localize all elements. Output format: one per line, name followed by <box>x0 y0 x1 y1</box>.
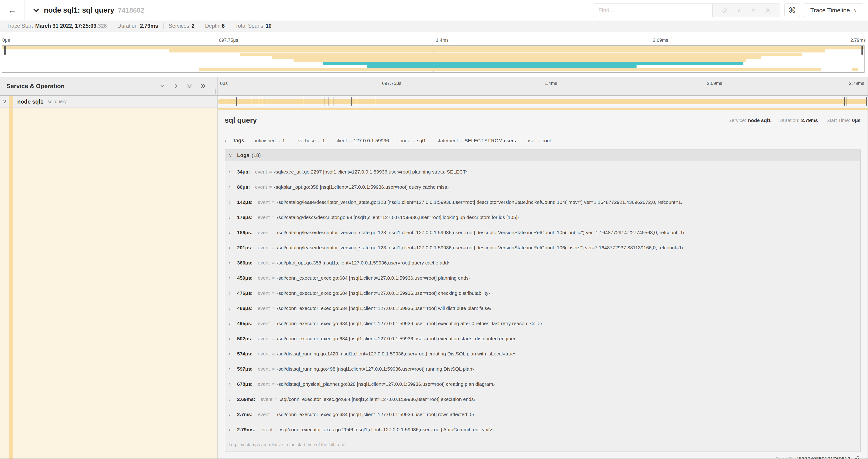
log-row[interactable]: › 597μs: event = ‹sql/distsql_running.go… <box>225 361 860 376</box>
chevron-right-icon[interactable]: › <box>229 396 237 402</box>
chevron-right-icon[interactable]: › <box>229 411 237 418</box>
log-marker[interactable] <box>333 97 334 106</box>
chevron-right-icon[interactable]: › <box>229 169 237 175</box>
span-id-row: SpanID: 4877749850101760812 <box>225 456 861 459</box>
tag-item[interactable]: _verbose=1 <box>290 136 330 145</box>
chevron-right-icon[interactable]: › <box>229 229 237 236</box>
chevron-right-icon[interactable]: › <box>229 275 237 281</box>
find-group: ◎ ∧ ∨ ✕ <box>593 3 780 17</box>
chevron-right-icon[interactable]: › <box>229 305 237 312</box>
log-marker[interactable] <box>226 97 226 106</box>
tick-label: 2.79ms <box>850 38 866 43</box>
log-equals: = <box>275 427 277 432</box>
prev-match-icon[interactable]: ∧ <box>737 7 742 14</box>
log-marker[interactable] <box>259 97 259 106</box>
trace-view-selector[interactable]: Trace Timeline ∨ <box>804 3 863 17</box>
keyboard-shortcuts-button[interactable]: ⌘ <box>784 3 800 17</box>
log-row[interactable]: › 502μs: event = ‹sql/conn_executor_exec… <box>225 331 860 346</box>
log-row[interactable]: › 366μs: event = ‹sql/plan_opt.go:358 [n… <box>225 255 860 270</box>
span-bar-strip <box>218 108 868 110</box>
collapse-one-icon[interactable] <box>159 83 166 89</box>
log-marker[interactable] <box>357 97 357 106</box>
chevron-right-icon[interactable]: › <box>225 138 232 144</box>
log-marker[interactable] <box>376 97 376 106</box>
tag-item[interactable]: _unfinished=1 <box>251 136 290 145</box>
tags-row[interactable]: › Tags: _unfinished=1_verbose=1client=12… <box>225 135 861 146</box>
log-field-value: ‹sql/catalog/lease/descriptor_version_st… <box>277 245 683 251</box>
log-marker[interactable] <box>351 97 352 106</box>
log-field-key: event <box>258 290 270 296</box>
log-row[interactable]: › 201μs: event = ‹sql/catalog/lease/desc… <box>225 240 860 255</box>
minimap-left-handle[interactable] <box>4 46 6 55</box>
chevron-right-icon[interactable]: › <box>229 366 237 372</box>
log-marker[interactable] <box>846 97 847 106</box>
tick-label: 2.09ms <box>707 81 722 86</box>
tag-item[interactable]: node=sql1 <box>394 136 431 145</box>
minimap-canvas[interactable] <box>2 45 865 72</box>
link-icon[interactable] <box>854 456 860 459</box>
log-row[interactable]: › 2.79ms: event = ‹sql/conn_executor_exe… <box>225 422 860 437</box>
log-marker[interactable] <box>331 97 331 106</box>
chevron-right-icon[interactable]: › <box>229 351 237 357</box>
log-row[interactable]: › 80μs: event = ‹sql/plan_opt.go:358 [ns… <box>225 179 860 195</box>
chevron-right-icon[interactable]: › <box>229 214 237 221</box>
chevron-right-icon[interactable]: › <box>229 381 237 387</box>
chevron-down-icon[interactable]: ∨ <box>0 99 9 105</box>
log-row[interactable]: › 189μs: event = ‹sql/catalog/lease/desc… <box>225 225 860 240</box>
log-row[interactable]: › 34μs: event = ‹sql/exec_util.go:2297 [… <box>225 164 860 179</box>
log-marker[interactable] <box>335 97 335 106</box>
chevron-right-icon[interactable]: › <box>229 426 237 433</box>
tag-item[interactable]: user=root <box>521 136 556 145</box>
log-marker[interactable] <box>329 97 329 106</box>
log-row[interactable]: › 2.7ms: event = ‹sql/conn_executor_exec… <box>225 407 860 422</box>
log-marker[interactable] <box>303 97 303 106</box>
log-row[interactable]: › 486μs: event = ‹sql/conn_executor_exec… <box>225 301 860 316</box>
chevron-right-icon[interactable]: › <box>229 335 237 342</box>
find-input[interactable] <box>593 4 712 17</box>
log-row[interactable]: › 176μs: event = ‹sql/catalog/descs/desc… <box>225 210 860 225</box>
clear-search-icon[interactable]: ✕ <box>765 7 771 14</box>
chevron-right-icon[interactable]: › <box>229 260 237 266</box>
log-marker[interactable] <box>251 97 251 106</box>
chevron-right-icon[interactable]: › <box>229 290 237 296</box>
chevron-right-icon[interactable]: › <box>229 244 237 251</box>
locate-icon[interactable]: ◎ <box>722 7 727 14</box>
service-operation-title: Service & Operation <box>6 83 65 90</box>
minimap-right-handle[interactable] <box>862 46 863 55</box>
log-field-value: ‹sql/conn_executor_exec.go:684 [nsql1,cl… <box>277 336 516 341</box>
log-row[interactable]: › 495μs: event = ‹sql/conn_executor_exec… <box>225 316 860 331</box>
chevron-right-icon[interactable]: › <box>229 184 237 190</box>
summary-item: Duration2.79ms <box>117 23 158 29</box>
expand-one-icon[interactable] <box>173 83 179 89</box>
log-marker[interactable] <box>866 97 867 106</box>
log-marker[interactable] <box>236 97 237 106</box>
log-row[interactable]: › 2.69ms: event = ‹sql/conn_executor_exe… <box>225 392 860 407</box>
tag-item[interactable]: statement=SELECT * FROM users <box>431 136 521 145</box>
span-row-name-cell[interactable]: ∨ node sql1 sql query <box>0 96 218 108</box>
log-marker[interactable] <box>844 97 845 106</box>
log-row[interactable]: › 476μs: event = ‹sql/conn_executor_exec… <box>225 286 860 301</box>
log-row[interactable]: › 459μs: event = ‹sql/conn_executor_exec… <box>225 270 860 286</box>
column-resize-grip[interactable] <box>214 89 216 94</box>
log-marker[interactable] <box>262 97 262 106</box>
logs-header[interactable]: ∨ Logs (18) <box>225 150 860 161</box>
trace-id: 7418682 <box>118 6 144 14</box>
logs-footnote: Log timestamps are relative to the start… <box>225 438 860 452</box>
log-row[interactable]: › 142μs: event = ‹sql/catalog/lease/desc… <box>225 195 860 210</box>
next-match-icon[interactable]: ∨ <box>751 7 755 14</box>
chevron-right-icon[interactable]: › <box>229 199 237 205</box>
log-marker[interactable] <box>324 97 325 106</box>
tag-item[interactable]: client=127.0.0.1:59936 <box>331 136 394 145</box>
log-field-key: event <box>258 215 270 220</box>
expand-all-icon[interactable] <box>200 83 206 89</box>
chevron-right-icon[interactable]: › <box>229 320 237 327</box>
chevron-down-icon[interactable] <box>33 7 40 14</box>
log-row[interactable]: › 678μs: event = ‹sql/distsql_physical_p… <box>225 376 860 392</box>
log-row[interactable]: › 574μs: event = ‹sql/distsql_running.go… <box>225 346 860 361</box>
span-duration-bar[interactable] <box>218 99 867 104</box>
log-marker[interactable] <box>265 97 265 106</box>
back-button[interactable]: ← <box>0 0 25 21</box>
minimap-span-bar <box>293 59 746 62</box>
collapse-all-icon[interactable] <box>186 83 193 89</box>
detail-meta: Service: node sql1 Duration: 2.79ms Star… <box>728 118 861 123</box>
